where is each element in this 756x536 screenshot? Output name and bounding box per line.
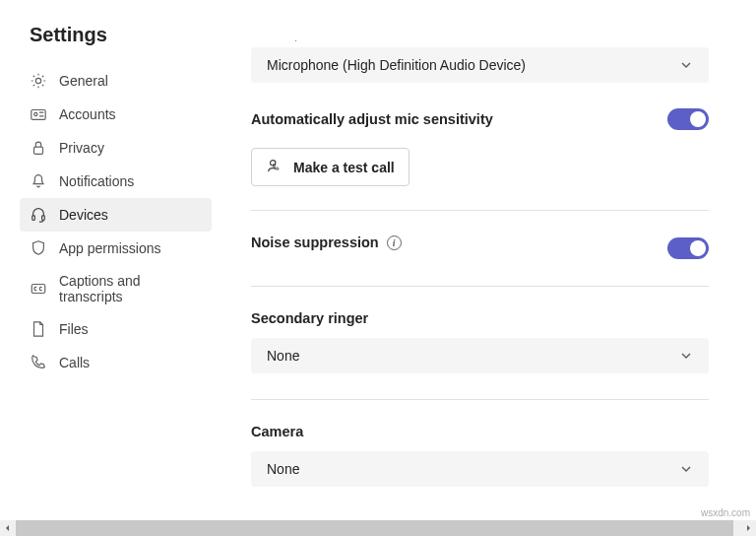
- file-icon: [30, 320, 47, 338]
- svg-rect-3: [34, 147, 43, 154]
- watermark: wsxdn.com: [701, 507, 750, 518]
- sidebar-item-notifications[interactable]: Notifications: [20, 165, 212, 198]
- sidebar-item-label: Privacy: [59, 140, 104, 156]
- sidebar-item-accounts[interactable]: Accounts: [20, 98, 212, 131]
- sidebar-item-label: Calls: [59, 355, 90, 370]
- secondary-ringer-select[interactable]: None: [251, 338, 709, 373]
- svg-point-0: [35, 78, 40, 83]
- sidebar-item-label: Files: [59, 321, 89, 337]
- scroll-right-arrow[interactable]: [740, 520, 756, 536]
- sidebar: Settings General Accounts Privacy Notifi…: [0, 0, 221, 520]
- sidebar-item-label: Notifications: [59, 173, 134, 189]
- sidebar-item-calls[interactable]: Calls: [20, 346, 212, 379]
- gear-icon: [30, 72, 47, 90]
- truncated-indicator: .: [294, 32, 709, 43]
- sidebar-item-app-permissions[interactable]: App permissions: [20, 232, 212, 265]
- noise-suppression-label: Noise suppression i: [251, 234, 402, 250]
- svg-rect-5: [42, 216, 45, 221]
- sidebar-item-devices[interactable]: Devices: [20, 198, 212, 232]
- captions-icon: [30, 280, 47, 298]
- divider: [251, 286, 709, 287]
- auto-mic-toggle[interactable]: [667, 108, 709, 130]
- select-value: None: [267, 348, 299, 364]
- scroll-left-arrow[interactable]: [0, 520, 16, 536]
- camera-label: Camera: [251, 424, 709, 439]
- divider: [251, 210, 709, 211]
- chevron-down-icon: [679, 58, 693, 72]
- sidebar-item-label: Captions and transcripts: [59, 273, 202, 304]
- scrollbar-thumb[interactable]: [16, 520, 733, 536]
- svg-rect-4: [32, 216, 35, 221]
- auto-mic-row: Automatically adjust mic sensitivity: [251, 108, 709, 130]
- shield-icon: [30, 239, 47, 257]
- main-panel: . Microphone (High Definition Audio Devi…: [221, 0, 756, 520]
- headset-icon: [30, 206, 47, 224]
- person-call-icon: [266, 157, 284, 177]
- svg-rect-6: [32, 285, 45, 294]
- secondary-ringer-label: Secondary ringer: [251, 310, 709, 326]
- sidebar-item-label: Accounts: [59, 106, 116, 122]
- page-title: Settings: [20, 24, 212, 46]
- sidebar-item-label: App permissions: [59, 240, 161, 256]
- sidebar-item-files[interactable]: Files: [20, 312, 212, 346]
- phone-icon: [30, 354, 47, 371]
- bell-icon: [30, 172, 47, 190]
- button-label: Make a test call: [293, 160, 395, 175]
- sidebar-item-captions[interactable]: Captions and transcripts: [20, 265, 212, 312]
- accounts-icon: [30, 105, 47, 123]
- noise-suppression-row: Noise suppression i: [251, 234, 709, 262]
- lock-icon: [30, 139, 47, 157]
- microphone-select[interactable]: Microphone (High Definition Audio Device…: [251, 47, 709, 83]
- noise-suppression-toggle[interactable]: [667, 237, 709, 259]
- select-value: None: [267, 461, 299, 477]
- camera-select[interactable]: None: [251, 451, 709, 487]
- svg-rect-1: [32, 110, 45, 120]
- scrollbar-track[interactable]: [16, 520, 740, 536]
- test-call-button[interactable]: Make a test call: [251, 148, 410, 186]
- chevron-down-icon: [679, 349, 693, 363]
- svg-point-2: [34, 112, 37, 115]
- horizontal-scrollbar[interactable]: [0, 520, 756, 536]
- sidebar-item-label: General: [59, 73, 108, 89]
- divider: [251, 399, 709, 400]
- sidebar-item-general[interactable]: General: [20, 64, 212, 98]
- select-value: Microphone (High Definition Audio Device…: [267, 57, 526, 73]
- auto-mic-label: Automatically adjust mic sensitivity: [251, 111, 493, 127]
- sidebar-item-privacy[interactable]: Privacy: [20, 131, 212, 165]
- chevron-down-icon: [679, 462, 693, 476]
- info-icon[interactable]: i: [387, 235, 402, 250]
- sidebar-item-label: Devices: [59, 207, 108, 223]
